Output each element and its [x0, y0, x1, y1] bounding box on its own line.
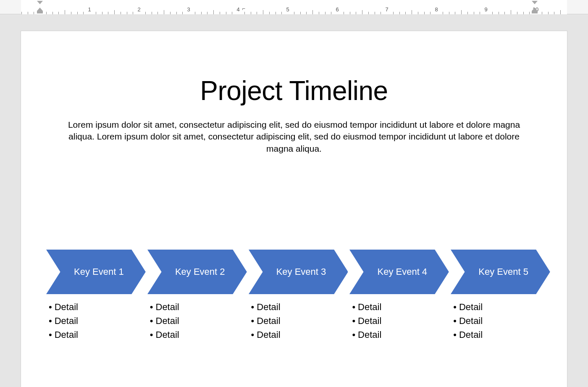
- ruler-number: 4: [236, 6, 239, 13]
- bullet-icon: •: [150, 329, 153, 340]
- chevron-shape[interactable]: Key Event 1: [46, 250, 146, 294]
- detail-text: Detail: [257, 302, 280, 312]
- bullet-icon: •: [49, 316, 52, 326]
- bullet-icon: •: [352, 302, 355, 312]
- ruler-number: 1: [88, 6, 91, 13]
- ruler-tick: [65, 10, 65, 14]
- right-indent-box[interactable]: [532, 11, 538, 13]
- detail-item[interactable]: •Detail: [49, 328, 146, 342]
- detail-item[interactable]: •Detail: [49, 300, 146, 314]
- detail-text: Detail: [257, 316, 280, 326]
- detail-item[interactable]: •Detail: [150, 314, 247, 328]
- ruler-tick: [114, 10, 115, 14]
- timeline-event[interactable]: Key Event 1•Detail•Detail•Detail: [46, 250, 146, 342]
- ruler-number: 8: [435, 6, 438, 13]
- event-details[interactable]: •Detail•Detail•Detail: [249, 300, 348, 342]
- event-details[interactable]: •Detail•Detail•Detail: [46, 300, 146, 342]
- ruler-surface[interactable]: 12345678910 ⌐: [21, 0, 567, 14]
- detail-item[interactable]: •Detail: [49, 314, 146, 328]
- ruler-number: 2: [137, 6, 140, 13]
- bullet-icon: •: [453, 329, 457, 340]
- timeline-event[interactable]: Key Event 3•Detail•Detail•Detail: [249, 250, 348, 342]
- right-indent-marker[interactable]: [532, 8, 538, 11]
- bullet-icon: •: [150, 316, 153, 326]
- bullet-icon: •: [150, 302, 153, 312]
- detail-text: Detail: [257, 329, 280, 340]
- bullet-icon: •: [251, 329, 255, 340]
- ruler-tick: [461, 10, 462, 14]
- detail-text: Detail: [358, 316, 381, 326]
- detail-item[interactable]: •Detail: [453, 328, 550, 342]
- chevron-label[interactable]: Key Event 2: [147, 250, 239, 294]
- first-line-indent-marker[interactable]: [37, 1, 43, 4]
- slide-body-text[interactable]: Lorem ipsum dolor sit amet, consectetur …: [67, 119, 521, 155]
- detail-item[interactable]: •Detail: [352, 328, 449, 342]
- bullet-icon: •: [251, 316, 255, 326]
- chevron-shape[interactable]: Key Event 4: [349, 250, 449, 294]
- detail-text: Detail: [156, 329, 179, 340]
- timeline-event[interactable]: Key Event 2•Detail•Detail•Detail: [147, 250, 247, 342]
- bullet-icon: •: [251, 302, 255, 312]
- bullet-icon: •: [352, 329, 355, 340]
- detail-text: Detail: [459, 302, 483, 312]
- detail-item[interactable]: •Detail: [453, 300, 550, 314]
- ruler-number: 7: [385, 6, 388, 13]
- detail-text: Detail: [459, 316, 483, 326]
- detail-item[interactable]: •Detail: [150, 300, 247, 314]
- bullet-icon: •: [352, 316, 355, 326]
- chevron-shape[interactable]: Key Event 5: [451, 250, 550, 294]
- detail-text: Detail: [358, 302, 381, 312]
- slide-title[interactable]: Project Timeline: [46, 75, 542, 106]
- ruler-tick: [362, 10, 362, 14]
- event-details[interactable]: •Detail•Detail•Detail: [147, 300, 247, 342]
- event-details[interactable]: •Detail•Detail•Detail: [349, 300, 449, 342]
- detail-item[interactable]: •Detail: [251, 328, 348, 342]
- detail-item[interactable]: •Detail: [150, 328, 247, 342]
- bullet-icon: •: [453, 316, 457, 326]
- ruler-number: 9: [484, 6, 487, 13]
- detail-text: Detail: [156, 302, 179, 312]
- ruler-tick: [511, 10, 511, 14]
- bullet-icon: •: [49, 329, 52, 340]
- detail-text: Detail: [156, 316, 179, 326]
- ruler-tick: [263, 10, 263, 14]
- left-indent-box[interactable]: [37, 11, 43, 13]
- detail-item[interactable]: •Detail: [251, 300, 348, 314]
- detail-text: Detail: [459, 329, 483, 340]
- ruler-number: 6: [336, 6, 339, 13]
- detail-text: Detail: [55, 329, 78, 340]
- ruler-tick: [164, 10, 164, 14]
- timeline-smartart[interactable]: Key Event 1•Detail•Detail•DetailKey Even…: [46, 250, 550, 342]
- chevron-label[interactable]: Key Event 5: [451, 250, 542, 294]
- detail-text: Detail: [358, 329, 381, 340]
- ruler-number: 3: [187, 6, 190, 13]
- timeline-event[interactable]: Key Event 5•Detail•Detail•Detail: [451, 250, 550, 342]
- hanging-indent-marker[interactable]: [37, 8, 43, 11]
- chevron-label[interactable]: Key Event 3: [249, 250, 340, 294]
- bullet-icon: •: [49, 302, 52, 312]
- tab-stop-marker[interactable]: ⌐: [242, 5, 245, 12]
- bullet-icon: •: [453, 302, 457, 312]
- editing-canvas[interactable]: Project Timeline Lorem ipsum dolor sit a…: [0, 14, 588, 387]
- chevron-label[interactable]: Key Event 4: [349, 250, 441, 294]
- detail-item[interactable]: •Detail: [352, 314, 449, 328]
- detail-text: Detail: [55, 316, 78, 326]
- timeline-event[interactable]: Key Event 4•Detail•Detail•Detail: [349, 250, 449, 342]
- chevron-shape[interactable]: Key Event 3: [249, 250, 348, 294]
- ruler-tick: [213, 10, 214, 14]
- chevron-shape[interactable]: Key Event 2: [147, 250, 247, 294]
- ruler-tick: [412, 10, 412, 14]
- chevron-label[interactable]: Key Event 1: [46, 250, 137, 294]
- ruler-number: 5: [286, 6, 289, 13]
- detail-text: Detail: [55, 302, 78, 312]
- horizontal-ruler[interactable]: 12345678910 ⌐: [0, 0, 588, 14]
- ruler-tick: [560, 10, 561, 14]
- detail-item[interactable]: •Detail: [251, 314, 348, 328]
- slide[interactable]: Project Timeline Lorem ipsum dolor sit a…: [21, 31, 567, 387]
- ruler-tick: [312, 10, 313, 14]
- detail-item[interactable]: •Detail: [352, 300, 449, 314]
- detail-item[interactable]: •Detail: [453, 314, 550, 328]
- first-line-indent-marker-right[interactable]: [532, 1, 538, 4]
- event-details[interactable]: •Detail•Detail•Detail: [451, 300, 550, 342]
